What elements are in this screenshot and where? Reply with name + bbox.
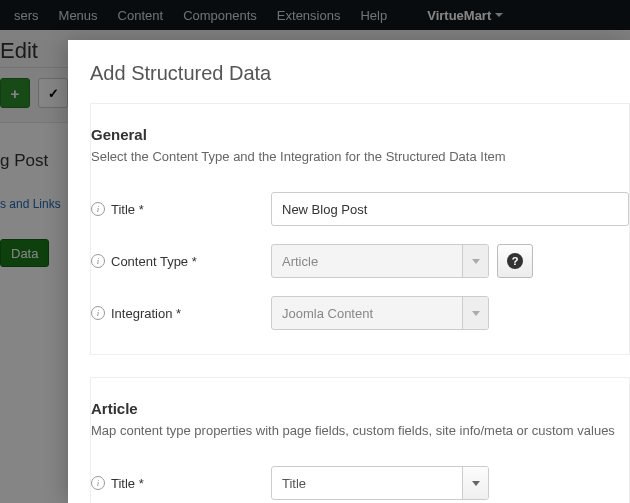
general-subheading: Select the Content Type and the Integrat… [91,149,629,164]
add-structured-data-modal: Add Structured Data General Select the C… [68,40,630,503]
chevron-down-icon [472,311,480,316]
info-icon[interactable] [91,306,105,320]
content-type-help-button[interactable] [497,244,533,278]
article-title-value: Title [272,467,462,499]
info-icon[interactable] [91,202,105,216]
info-icon[interactable] [91,476,105,490]
title-label: Title * [111,202,144,217]
chevron-down-icon [472,259,480,264]
chevron-down-icon [472,481,480,486]
article-title-select[interactable]: Title [271,466,489,500]
content-type-value: Article [272,245,462,277]
title-input[interactable] [271,192,629,226]
article-card: Article Map content type properties with… [90,377,630,503]
article-title-dropdown-button[interactable] [462,467,488,499]
article-title-label: Title * [111,476,144,491]
content-type-label: Content Type * [111,254,197,269]
content-type-select[interactable]: Article [271,244,489,278]
info-icon[interactable] [91,254,105,268]
integration-select[interactable]: Joomla Content [271,296,489,330]
modal-title: Add Structured Data [90,62,608,85]
question-icon [507,253,523,269]
integration-dropdown-button[interactable] [462,297,488,329]
article-subheading: Map content type properties with page fi… [91,423,629,438]
article-heading: Article [91,400,629,417]
content-type-dropdown-button[interactable] [462,245,488,277]
integration-value: Joomla Content [272,297,462,329]
general-heading: General [91,126,629,143]
integration-label: Integration * [111,306,181,321]
general-card: General Select the Content Type and the … [90,103,630,355]
